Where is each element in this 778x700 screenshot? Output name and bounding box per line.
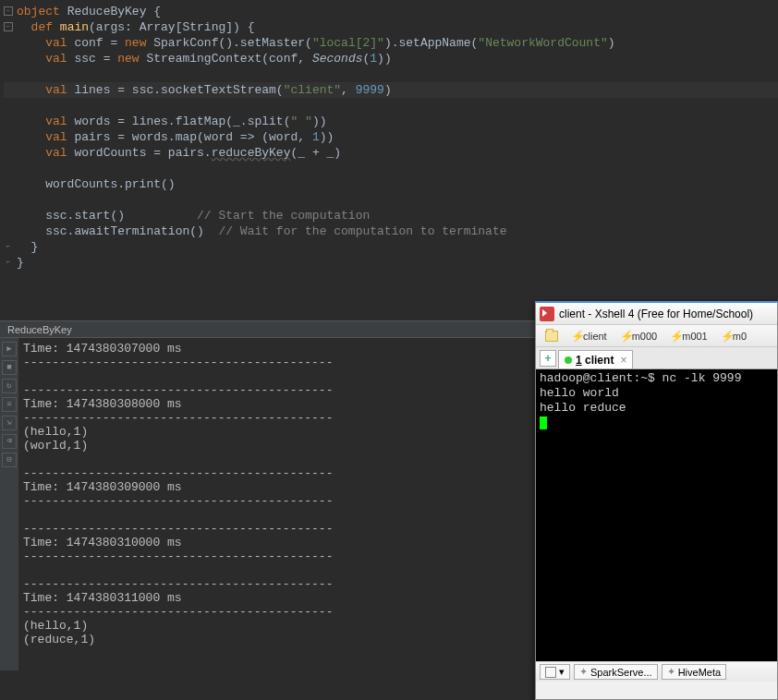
kw-val: val: [45, 130, 67, 144]
sig2: ]) {: [225, 20, 254, 34]
txt: ssc.awaitTermination(): [17, 224, 218, 238]
str: " ": [290, 115, 311, 128]
txt: conf =: [67, 36, 125, 50]
fold-toggle[interactable]: −: [4, 6, 13, 16]
kw-val: val: [45, 146, 67, 160]
brace: }: [17, 240, 38, 254]
tab-client[interactable]: 1 client×: [558, 350, 633, 368]
console-sidebar: ▶ ■ ↻ ≡ ⇲ ⌫ ⊟: [0, 338, 18, 670]
run-icon[interactable]: ▶: [2, 342, 17, 356]
term-line: hadoop@client:~$ nc -lk 9999: [540, 371, 773, 386]
str: "NetworkWordCount": [478, 36, 607, 50]
txt: lines = ssc.socketTextStream(: [67, 83, 284, 97]
kw-new: new: [125, 36, 146, 50]
status-dot-icon: [565, 356, 572, 364]
trash-icon[interactable]: ⌫: [2, 434, 17, 449]
session-m000[interactable]: ⚡m000: [614, 328, 663, 344]
str: "client": [284, 83, 341, 97]
new-tab-button[interactable]: +: [540, 350, 556, 367]
txt: SparkConf().setMaster(: [146, 36, 311, 50]
num: 1: [312, 130, 320, 144]
tab-num: 1: [576, 354, 582, 367]
kw-val: val: [45, 52, 67, 66]
txt: StreamingContext(conf,: [140, 52, 312, 66]
code-editor[interactable]: −object ReduceByKey { − def main(args: A…: [0, 0, 778, 271]
fn-main: main: [60, 20, 89, 34]
fold-toggle[interactable]: −: [4, 22, 13, 31]
status-label: SparkServe...: [590, 667, 652, 678]
brace: {: [153, 5, 161, 18]
crumb-item: ReduceByKey: [7, 324, 72, 335]
export-icon[interactable]: ⇲: [2, 416, 17, 430]
term-line: hello reduce: [540, 401, 773, 416]
status-spark[interactable]: ✦SparkServe...: [574, 664, 658, 680]
txt: wordCounts.print(): [17, 177, 176, 191]
class-name: ReduceByKey: [67, 5, 147, 18]
tb-label: client: [583, 331, 607, 342]
kw-new: new: [117, 52, 139, 66]
tab-bar: + 1 client×: [536, 347, 777, 369]
xshell-window[interactable]: client - Xshell 4 (Free for Home/School)…: [535, 301, 778, 700]
fold-end[interactable]: ⌐: [4, 258, 13, 267]
type-string: String: [182, 20, 225, 34]
tb-label: m001: [682, 331, 708, 342]
titlebar[interactable]: client - Xshell 4 (Free for Home/School): [536, 303, 777, 325]
txt: pairs = words.map(word => (word,: [67, 130, 312, 144]
txt: (_ + _): [290, 146, 341, 160]
fold-end[interactable]: ⌐: [4, 242, 13, 251]
tb-label: m000: [632, 331, 658, 342]
txt: ): [384, 83, 392, 97]
txt: )): [320, 130, 334, 144]
pin-icon[interactable]: ⊟: [2, 453, 17, 467]
terminal[interactable]: hadoop@client:~$ nc -lk 9999 hello world…: [536, 369, 777, 661]
session-new-icon[interactable]: [540, 329, 564, 344]
status-hive[interactable]: ✦HiveMeta: [662, 664, 726, 680]
session-m001[interactable]: ⚡m001: [664, 328, 713, 344]
it: Seconds: [312, 52, 363, 66]
indent: [17, 36, 45, 50]
txt: ,: [341, 83, 356, 97]
txt: )): [312, 115, 327, 128]
restart-icon[interactable]: ↻: [2, 379, 17, 393]
session-m0[interactable]: ⚡m0: [715, 328, 752, 344]
status-bar: ▾ ✦SparkServe... ✦HiveMeta: [536, 661, 777, 682]
status-label: HiveMeta: [678, 667, 721, 678]
comment: // Wait for the computation to terminate: [218, 224, 506, 238]
kw-val: val: [45, 36, 67, 50]
kw-object: object: [17, 5, 60, 18]
kw-val: val: [45, 115, 67, 128]
close-icon[interactable]: ×: [620, 354, 626, 367]
txt: ): [608, 36, 615, 50]
tb-label: m0: [733, 331, 747, 342]
kw-val: val: [45, 83, 67, 97]
kw-def: def: [31, 20, 53, 34]
tab-name: client: [585, 354, 614, 367]
app-icon: [540, 307, 554, 321]
txt: ).setAppName(: [384, 36, 478, 50]
term-line: hello world: [540, 386, 773, 401]
toolbar: ⚡client ⚡m000 ⚡m001 ⚡m0: [536, 325, 777, 347]
comment: // Start the computation: [197, 209, 370, 223]
debug-icon[interactable]: ≡: [2, 397, 17, 412]
window-title: client - Xshell 4 (Free for Home/School): [559, 308, 753, 320]
txt: ssc =: [67, 52, 118, 66]
txt: wordCounts = pairs.: [67, 146, 212, 160]
cursor: [540, 416, 547, 429]
num: 1: [370, 52, 377, 66]
str: "local[2]": [312, 36, 384, 50]
brace: }: [17, 256, 24, 270]
sig: (args: Array[: [89, 20, 182, 34]
stop-icon[interactable]: ■: [2, 360, 17, 375]
txt: )): [377, 52, 392, 66]
txt: ssc.start(): [17, 209, 197, 223]
num: 9999: [356, 83, 384, 97]
session-client[interactable]: ⚡client: [565, 328, 613, 344]
status-menu-icon[interactable]: ▾: [540, 664, 570, 680]
warn: reduceByKey: [212, 146, 291, 160]
txt: words = lines.flatMap(_.split(: [67, 115, 291, 128]
